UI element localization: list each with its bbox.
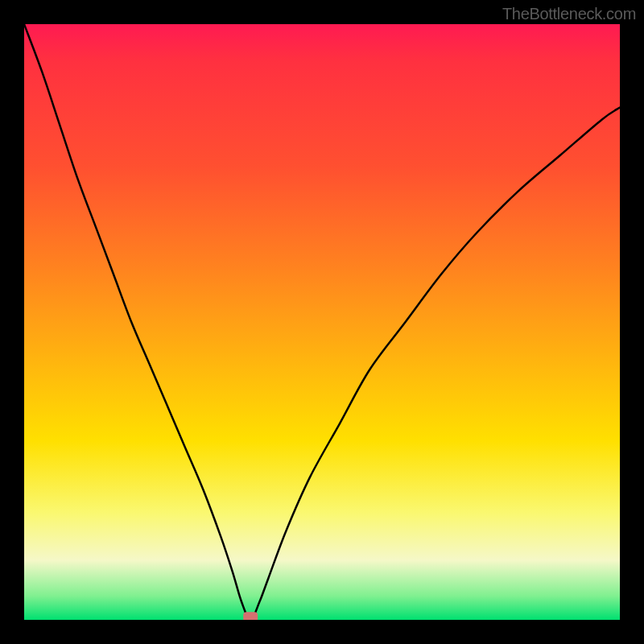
chart-container: TheBottleneck.com	[0, 0, 644, 644]
bottleneck-curve	[24, 24, 620, 620]
plot-area	[24, 24, 620, 620]
chart-svg	[24, 24, 620, 620]
watermark: TheBottleneck.com	[502, 5, 636, 23]
optimal-marker	[243, 612, 258, 620]
